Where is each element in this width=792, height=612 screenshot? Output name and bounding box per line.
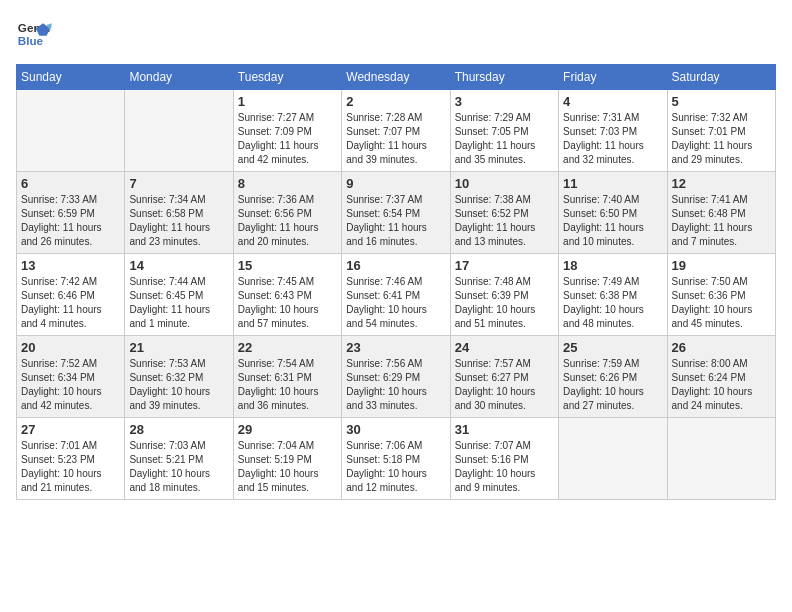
weekday-header: Sunday bbox=[17, 65, 125, 90]
calendar-cell bbox=[559, 418, 667, 500]
day-info: Sunrise: 7:36 AM Sunset: 6:56 PM Dayligh… bbox=[238, 193, 337, 249]
calendar-cell: 1Sunrise: 7:27 AM Sunset: 7:09 PM Daylig… bbox=[233, 90, 341, 172]
calendar-cell: 29Sunrise: 7:04 AM Sunset: 5:19 PM Dayli… bbox=[233, 418, 341, 500]
day-number: 11 bbox=[563, 176, 662, 191]
calendar-table: SundayMondayTuesdayWednesdayThursdayFrid… bbox=[16, 64, 776, 500]
weekday-header: Tuesday bbox=[233, 65, 341, 90]
calendar-cell: 14Sunrise: 7:44 AM Sunset: 6:45 PM Dayli… bbox=[125, 254, 233, 336]
day-number: 28 bbox=[129, 422, 228, 437]
day-info: Sunrise: 7:41 AM Sunset: 6:48 PM Dayligh… bbox=[672, 193, 771, 249]
day-number: 3 bbox=[455, 94, 554, 109]
day-number: 27 bbox=[21, 422, 120, 437]
calendar-cell: 27Sunrise: 7:01 AM Sunset: 5:23 PM Dayli… bbox=[17, 418, 125, 500]
calendar-cell: 8Sunrise: 7:36 AM Sunset: 6:56 PM Daylig… bbox=[233, 172, 341, 254]
day-info: Sunrise: 7:52 AM Sunset: 6:34 PM Dayligh… bbox=[21, 357, 120, 413]
weekday-header: Saturday bbox=[667, 65, 775, 90]
calendar-cell bbox=[125, 90, 233, 172]
day-info: Sunrise: 7:54 AM Sunset: 6:31 PM Dayligh… bbox=[238, 357, 337, 413]
day-info: Sunrise: 7:01 AM Sunset: 5:23 PM Dayligh… bbox=[21, 439, 120, 495]
day-info: Sunrise: 7:40 AM Sunset: 6:50 PM Dayligh… bbox=[563, 193, 662, 249]
calendar-cell: 26Sunrise: 8:00 AM Sunset: 6:24 PM Dayli… bbox=[667, 336, 775, 418]
day-number: 22 bbox=[238, 340, 337, 355]
calendar-week-row: 6Sunrise: 7:33 AM Sunset: 6:59 PM Daylig… bbox=[17, 172, 776, 254]
calendar-cell: 3Sunrise: 7:29 AM Sunset: 7:05 PM Daylig… bbox=[450, 90, 558, 172]
day-info: Sunrise: 7:06 AM Sunset: 5:18 PM Dayligh… bbox=[346, 439, 445, 495]
day-number: 10 bbox=[455, 176, 554, 191]
day-number: 7 bbox=[129, 176, 228, 191]
calendar-week-row: 20Sunrise: 7:52 AM Sunset: 6:34 PM Dayli… bbox=[17, 336, 776, 418]
day-number: 25 bbox=[563, 340, 662, 355]
day-info: Sunrise: 8:00 AM Sunset: 6:24 PM Dayligh… bbox=[672, 357, 771, 413]
calendar-cell: 15Sunrise: 7:45 AM Sunset: 6:43 PM Dayli… bbox=[233, 254, 341, 336]
day-info: Sunrise: 7:44 AM Sunset: 6:45 PM Dayligh… bbox=[129, 275, 228, 331]
logo-icon: General Blue bbox=[16, 16, 52, 52]
day-info: Sunrise: 7:04 AM Sunset: 5:19 PM Dayligh… bbox=[238, 439, 337, 495]
day-info: Sunrise: 7:50 AM Sunset: 6:36 PM Dayligh… bbox=[672, 275, 771, 331]
calendar-cell: 30Sunrise: 7:06 AM Sunset: 5:18 PM Dayli… bbox=[342, 418, 450, 500]
calendar-cell: 31Sunrise: 7:07 AM Sunset: 5:16 PM Dayli… bbox=[450, 418, 558, 500]
day-number: 13 bbox=[21, 258, 120, 273]
day-info: Sunrise: 7:46 AM Sunset: 6:41 PM Dayligh… bbox=[346, 275, 445, 331]
calendar-cell: 4Sunrise: 7:31 AM Sunset: 7:03 PM Daylig… bbox=[559, 90, 667, 172]
calendar-cell: 9Sunrise: 7:37 AM Sunset: 6:54 PM Daylig… bbox=[342, 172, 450, 254]
calendar-cell: 18Sunrise: 7:49 AM Sunset: 6:38 PM Dayli… bbox=[559, 254, 667, 336]
day-info: Sunrise: 7:49 AM Sunset: 6:38 PM Dayligh… bbox=[563, 275, 662, 331]
calendar-week-row: 1Sunrise: 7:27 AM Sunset: 7:09 PM Daylig… bbox=[17, 90, 776, 172]
day-info: Sunrise: 7:56 AM Sunset: 6:29 PM Dayligh… bbox=[346, 357, 445, 413]
calendar-cell: 17Sunrise: 7:48 AM Sunset: 6:39 PM Dayli… bbox=[450, 254, 558, 336]
calendar-week-row: 13Sunrise: 7:42 AM Sunset: 6:46 PM Dayli… bbox=[17, 254, 776, 336]
calendar-cell: 21Sunrise: 7:53 AM Sunset: 6:32 PM Dayli… bbox=[125, 336, 233, 418]
day-number: 29 bbox=[238, 422, 337, 437]
day-info: Sunrise: 7:28 AM Sunset: 7:07 PM Dayligh… bbox=[346, 111, 445, 167]
calendar-week-row: 27Sunrise: 7:01 AM Sunset: 5:23 PM Dayli… bbox=[17, 418, 776, 500]
day-number: 26 bbox=[672, 340, 771, 355]
calendar-cell: 5Sunrise: 7:32 AM Sunset: 7:01 PM Daylig… bbox=[667, 90, 775, 172]
day-number: 6 bbox=[21, 176, 120, 191]
weekday-header: Thursday bbox=[450, 65, 558, 90]
day-number: 18 bbox=[563, 258, 662, 273]
calendar-cell: 19Sunrise: 7:50 AM Sunset: 6:36 PM Dayli… bbox=[667, 254, 775, 336]
day-number: 21 bbox=[129, 340, 228, 355]
day-info: Sunrise: 7:33 AM Sunset: 6:59 PM Dayligh… bbox=[21, 193, 120, 249]
calendar-cell: 24Sunrise: 7:57 AM Sunset: 6:27 PM Dayli… bbox=[450, 336, 558, 418]
day-number: 2 bbox=[346, 94, 445, 109]
day-number: 5 bbox=[672, 94, 771, 109]
calendar-cell bbox=[667, 418, 775, 500]
day-number: 8 bbox=[238, 176, 337, 191]
day-number: 9 bbox=[346, 176, 445, 191]
day-number: 1 bbox=[238, 94, 337, 109]
day-info: Sunrise: 7:45 AM Sunset: 6:43 PM Dayligh… bbox=[238, 275, 337, 331]
day-info: Sunrise: 7:48 AM Sunset: 6:39 PM Dayligh… bbox=[455, 275, 554, 331]
weekday-header: Wednesday bbox=[342, 65, 450, 90]
page-header: General Blue bbox=[16, 16, 776, 52]
day-info: Sunrise: 7:38 AM Sunset: 6:52 PM Dayligh… bbox=[455, 193, 554, 249]
day-info: Sunrise: 7:27 AM Sunset: 7:09 PM Dayligh… bbox=[238, 111, 337, 167]
day-number: 23 bbox=[346, 340, 445, 355]
day-number: 4 bbox=[563, 94, 662, 109]
weekday-header: Monday bbox=[125, 65, 233, 90]
calendar-cell: 22Sunrise: 7:54 AM Sunset: 6:31 PM Dayli… bbox=[233, 336, 341, 418]
day-info: Sunrise: 7:03 AM Sunset: 5:21 PM Dayligh… bbox=[129, 439, 228, 495]
day-number: 31 bbox=[455, 422, 554, 437]
day-info: Sunrise: 7:32 AM Sunset: 7:01 PM Dayligh… bbox=[672, 111, 771, 167]
day-number: 15 bbox=[238, 258, 337, 273]
day-info: Sunrise: 7:07 AM Sunset: 5:16 PM Dayligh… bbox=[455, 439, 554, 495]
day-info: Sunrise: 7:42 AM Sunset: 6:46 PM Dayligh… bbox=[21, 275, 120, 331]
calendar-cell: 11Sunrise: 7:40 AM Sunset: 6:50 PM Dayli… bbox=[559, 172, 667, 254]
calendar-cell: 23Sunrise: 7:56 AM Sunset: 6:29 PM Dayli… bbox=[342, 336, 450, 418]
day-number: 12 bbox=[672, 176, 771, 191]
calendar-cell: 16Sunrise: 7:46 AM Sunset: 6:41 PM Dayli… bbox=[342, 254, 450, 336]
calendar-cell: 6Sunrise: 7:33 AM Sunset: 6:59 PM Daylig… bbox=[17, 172, 125, 254]
calendar-cell bbox=[17, 90, 125, 172]
calendar-cell: 20Sunrise: 7:52 AM Sunset: 6:34 PM Dayli… bbox=[17, 336, 125, 418]
calendar-cell: 10Sunrise: 7:38 AM Sunset: 6:52 PM Dayli… bbox=[450, 172, 558, 254]
day-info: Sunrise: 7:31 AM Sunset: 7:03 PM Dayligh… bbox=[563, 111, 662, 167]
day-info: Sunrise: 7:34 AM Sunset: 6:58 PM Dayligh… bbox=[129, 193, 228, 249]
day-number: 17 bbox=[455, 258, 554, 273]
day-info: Sunrise: 7:29 AM Sunset: 7:05 PM Dayligh… bbox=[455, 111, 554, 167]
calendar-cell: 28Sunrise: 7:03 AM Sunset: 5:21 PM Dayli… bbox=[125, 418, 233, 500]
day-number: 24 bbox=[455, 340, 554, 355]
day-info: Sunrise: 7:57 AM Sunset: 6:27 PM Dayligh… bbox=[455, 357, 554, 413]
day-info: Sunrise: 7:53 AM Sunset: 6:32 PM Dayligh… bbox=[129, 357, 228, 413]
calendar-cell: 2Sunrise: 7:28 AM Sunset: 7:07 PM Daylig… bbox=[342, 90, 450, 172]
